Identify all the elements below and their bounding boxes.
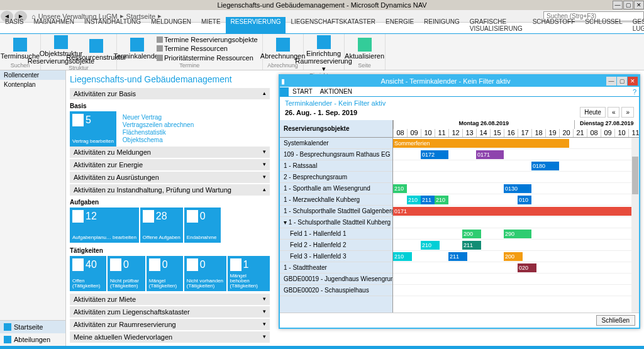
gantt-bar[interactable]: 0180	[531, 162, 559, 170]
gantt-bar[interactable]: 0171	[393, 207, 639, 216]
tile[interactable]: 0Nicht prüfbar (Tätigkeiten)	[108, 256, 145, 291]
gantt-lane[interactable]: 200290	[393, 228, 639, 240]
resource-row[interactable]: GBDE00019 - Jugendhaus Wiesengrund	[280, 274, 392, 285]
cal-file-tab[interactable]	[280, 87, 289, 96]
ribbon-tab-meldungen[interactable]: MELDUNGEN	[146, 17, 196, 33]
gantt-bar[interactable]: 210	[435, 196, 448, 204]
nav-kontenplan[interactable]: Kontenplan	[0, 80, 65, 89]
resource-row[interactable]: Feld 2 - Hallenfeld 2	[280, 240, 392, 251]
resource-row[interactable]: 1 - Stadttheater	[280, 262, 392, 274]
gantt-bar[interactable]: Sommerferien	[393, 139, 569, 148]
gantt-lane[interactable]: 020	[393, 262, 639, 274]
gantt-bar[interactable]: 211	[421, 196, 435, 204]
gantt-lane[interactable]: 210211210010	[393, 194, 639, 206]
nav-abteilungen[interactable]: Abteilungen	[0, 333, 65, 346]
cal-tab-aktionen[interactable]: AKTIONEN	[316, 87, 356, 96]
gantt-bar[interactable]: 290	[504, 230, 531, 238]
gantt-bar[interactable]: 0171	[476, 150, 504, 159]
expander-raumreservierung[interactable]: Aktivitäten zur Raumreservierung▾	[70, 319, 270, 330]
gantt-bar[interactable]: 0172	[421, 150, 448, 159]
gantt-lane[interactable]: 210211	[393, 240, 639, 251]
link-objektschema[interactable]: Objektschema	[123, 136, 194, 143]
gantt-lane[interactable]	[393, 172, 639, 183]
resource-row[interactable]: 1 - Merzweckhalle Kuhberg	[280, 194, 392, 206]
ribbon-tab-reinigung[interactable]: REINIGUNG	[419, 17, 465, 33]
ribbon-tab-grafische visualisierung[interactable]: GRAFISCHE VISUALISIERUNG	[465, 17, 528, 33]
prev-button[interactable]: «	[608, 107, 620, 118]
expander-wiedervorlagen[interactable]: Meine aktuellen Wiedervorlagen▾	[70, 331, 270, 343]
gantt-lane[interactable]: 0171	[393, 206, 639, 217]
gantt-bar[interactable]: 210	[393, 252, 412, 261]
gantt-lane[interactable]	[393, 285, 639, 296]
ribbon-tab-schadstoff[interactable]: SCHADSTOFF	[528, 17, 580, 33]
expander-liegenschaftskataster[interactable]: Aktivitäten zum Liegenschaftskataster▾	[70, 306, 270, 318]
expander-ausruestungen[interactable]: Aktivitäten zu Ausrüstungen▾	[70, 172, 270, 183]
minimize-button[interactable]: —	[613, 1, 623, 9]
resource-row[interactable]: 109 - Besprechungsraum Rathaus EG	[280, 149, 392, 160]
resource-row[interactable]: Feld 1 - Hallenfeld 1	[280, 228, 392, 240]
tile[interactable]: 12Aufgabenplanu… bearbeiten	[70, 208, 139, 243]
tile[interactable]: 1Mängel behoben (Tätigkeiten)	[228, 256, 270, 291]
restore-button[interactable]: ▢	[623, 1, 633, 9]
gantt-bar[interactable]: 211	[448, 252, 467, 261]
aktualisieren-button[interactable]: Aktualisieren	[347, 35, 382, 62]
ressourcenstruktur-button[interactable]: Ressourcenstruktur	[79, 35, 114, 65]
expander-miete[interactable]: Aktivitäten zur Miete▾	[70, 294, 270, 305]
resource-row[interactable]: Systemkalender	[280, 138, 392, 149]
ribbon-tab-instandhaltung[interactable]: INSTANDHALTUNG	[79, 17, 146, 33]
ribbon-tab-gesamt lugm[interactable]: GESAMT LUGM	[628, 17, 644, 33]
resource-row[interactable]: 1 - Sporthalle am Wiesengrund	[280, 183, 392, 194]
ribbon-tab-reservierung[interactable]: RESERVIERUNG	[226, 17, 286, 33]
gantt-bar[interactable]: 210	[407, 196, 421, 204]
nav-rollencenter[interactable]: Rollencenter	[0, 70, 65, 80]
link-neuer-vertrag[interactable]: Neuer Vertrag	[123, 114, 194, 121]
today-button[interactable]: Heute	[580, 107, 606, 118]
expander-instandhaltung[interactable]: Aktivitäten zu Instandhaltung, Prüfung u…	[70, 184, 270, 196]
gantt-bar[interactable]: 020	[518, 263, 536, 272]
close-dialog-button[interactable]: Schließen	[596, 315, 635, 326]
einrichtung-button[interactable]: Einrichtung Raumreservierung▾	[306, 35, 341, 72]
link-flaechenstatistik[interactable]: Flächenstatistik	[123, 129, 194, 136]
calendar-titlebar[interactable]: ▮ Ansicht - Terminkalender - Kein Filter…	[280, 75, 639, 87]
gantt-lane[interactable]: 0180	[393, 160, 639, 172]
tile[interactable]: 28Offene Aufgaben	[140, 208, 183, 243]
close-button[interactable]: ✕	[634, 1, 644, 9]
resource-row[interactable]: Feld 3 - Hallenfeld 3	[280, 251, 392, 262]
termine-reservierungsobjekte[interactable]: Termine Reservierungsobjekte	[157, 35, 258, 44]
resource-row[interactable]: GBDE00020 - Schauspielhaus	[280, 285, 392, 296]
cal-tab-start[interactable]: START	[289, 87, 316, 96]
gantt-bar[interactable]: 210	[421, 241, 440, 250]
resource-row[interactable]: ▾ 1 - Schulsporthalle Stadtteil Kuhberg	[280, 217, 392, 228]
nav-startseite[interactable]: Startseite	[0, 321, 65, 333]
resource-row[interactable]: 1 - Schulsporthalle Stadtteil Galgenberg	[280, 206, 392, 217]
ribbon-tab-liegenschaftskataster[interactable]: LIEGENSCHAFTSKATASTER	[286, 17, 380, 33]
expander-basis[interactable]: Aktivitäten zur Basis▴	[70, 88, 270, 99]
cal-minimize[interactable]: —	[606, 77, 616, 86]
ribbon-tab-energie[interactable]: ENERGIE	[380, 17, 419, 33]
tile[interactable]: 0Mängel (Tätigkeiten)	[147, 256, 183, 291]
tile-vertrag[interactable]: 5 Vertrag bearbeiten	[70, 111, 116, 147]
cal-help-icon[interactable]: ?	[633, 88, 639, 96]
vertical-scrollbar[interactable]	[631, 138, 639, 313]
gantt-bar[interactable]: 200	[504, 252, 523, 261]
ribbon-tab-basis[interactable]: BASIS	[0, 17, 28, 33]
resource-row[interactable]: 1 - Ratssaal	[280, 160, 392, 172]
gantt-bar[interactable]: 211	[462, 241, 481, 250]
cal-maximize[interactable]: ▢	[617, 77, 627, 86]
gantt-bar[interactable]: 200	[462, 230, 481, 238]
tile[interactable]: 40Offen (Tätigkeiten)	[70, 256, 106, 291]
gantt-bar[interactable]: 010	[518, 196, 531, 204]
cal-close[interactable]: ✕	[628, 77, 638, 86]
gantt-lane[interactable]	[393, 274, 639, 285]
gantt-bar[interactable]: 0130	[504, 184, 531, 193]
gantt-lane[interactable]	[393, 217, 639, 228]
gantt-lane[interactable]: 2100130	[393, 183, 639, 194]
ribbon-tab-maßnahmen[interactable]: MAßNAHMEN	[28, 17, 79, 33]
link-vertragszeilen[interactable]: Vertragszeilen abrechnen	[123, 121, 194, 128]
ribbon-tab-schlüssel[interactable]: SCHLÜSSEL	[580, 17, 627, 33]
expander-meldungen[interactable]: Aktivitäten zu Meldungen▾	[70, 147, 270, 158]
gantt-lane[interactable]: 01720171	[393, 149, 639, 160]
prioritaetstermine[interactable]: Prioritätstermine Ressourcen	[157, 53, 258, 62]
expander-energie[interactable]: Aktivitäten zur Energie▾	[70, 159, 270, 170]
next-button[interactable]: »	[621, 107, 634, 118]
